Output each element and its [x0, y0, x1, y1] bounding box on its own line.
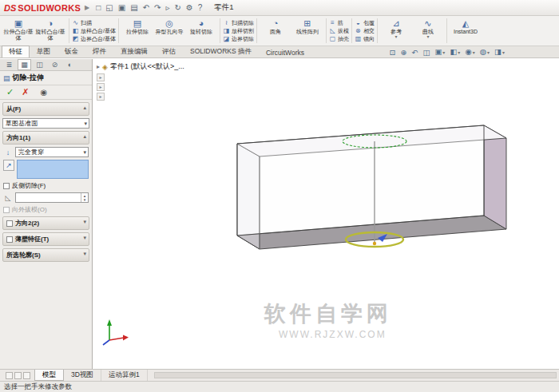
tab-motion-study[interactable]: 运动算例1 [101, 370, 148, 381]
print-icon[interactable]: ▤ [128, 1, 140, 15]
tree-expand-icon[interactable]: ▸ [97, 63, 100, 70]
box-right-face[interactable] [484, 125, 506, 229]
pane-toggle-icon[interactable] [6, 372, 13, 379]
hole-wizard-button[interactable]: ◎ 异型孔向导 [153, 17, 185, 45]
rib-button[interactable]: ≡ 筋 [329, 19, 349, 27]
save-icon[interactable]: ▣ [116, 1, 128, 15]
boundary-cut-icon: ◪ [223, 35, 230, 43]
end-condition-select[interactable]: 完全贯穿 [15, 147, 89, 157]
ok-button[interactable]: ✓ [6, 87, 14, 97]
undo-icon[interactable]: ↶ [141, 1, 152, 15]
direction1-section-header[interactable]: 方向1(1) [2, 131, 89, 145]
flip-side-checkbox[interactable] [3, 183, 10, 189]
display-style-icon[interactable]: ◧ [448, 46, 462, 58]
thin-feature-checkbox[interactable] [6, 236, 13, 243]
tab-model[interactable]: 模型 [34, 370, 64, 381]
tab-direct-editing[interactable]: 直接编辑 [113, 46, 155, 57]
previous-view-icon[interactable]: ↶ [410, 47, 419, 57]
tab-sketch[interactable]: 草图 [30, 46, 57, 57]
tab-sheet-metal[interactable]: 钣金 [57, 46, 85, 57]
mirror-button[interactable]: ▥ 镜向 [355, 35, 375, 43]
direction2-section-header[interactable]: 方向2(2) [2, 216, 89, 230]
help-icon[interactable]: ? [196, 1, 205, 15]
configurationmanager-tab[interactable]: ◫ [33, 60, 46, 69]
tree-item-chevron-icon[interactable]: ▸ [97, 73, 105, 81]
select-icon[interactable]: ▹ [163, 1, 172, 15]
open-file-icon[interactable]: ◱ [103, 1, 115, 15]
direction-reference-box[interactable] [17, 160, 89, 179]
options-icon[interactable]: ⚙ [184, 1, 196, 15]
intersect-button[interactable]: ⊗ 相交 [355, 27, 375, 35]
from-plane-select[interactable]: 草图基准面 [2, 118, 89, 129]
feature-tree-flyout: ▸ ◈ 零件1 (默认<<默认>_... [97, 61, 184, 72]
outward-draft-checkbox[interactable] [3, 207, 10, 213]
section-view-icon[interactable]: ◫ [421, 47, 431, 57]
reference-geometry-button[interactable]: ⊿ 参考 [380, 17, 412, 45]
draft-angle-field[interactable] [15, 192, 89, 203]
boundary-boss-button[interactable]: ◩ 边界凸台/基体 [72, 35, 116, 43]
swept-cut-icon: ≀ [223, 19, 230, 27]
tab-evaluate[interactable]: 评估 [155, 46, 183, 57]
revolved-boss-button[interactable]: ◑ 旋转凸台/基体 [34, 17, 66, 45]
displaymanager-tab[interactable]: ◐ [63, 60, 77, 69]
new-file-icon[interactable]: □ [93, 1, 103, 15]
brand-name: SOLIDWORKS [18, 3, 81, 13]
direction2-checkbox[interactable] [6, 220, 13, 227]
reference-geometry-icon: ⊿ [392, 18, 399, 28]
ribbon-separator [256, 18, 257, 43]
graphics-area[interactable]: ▸ ◈ 零件1 (默认<<默认>_... ▸ ▸ ▸ 软件自学网 WWW.RJZ… [93, 59, 559, 369]
preview-eye-icon[interactable]: ◉ [40, 88, 47, 97]
rebuild-icon[interactable]: ↻ [172, 1, 183, 15]
swept-cut-button[interactable]: ≀ 扫描切除 [223, 19, 254, 27]
zoom-fit-icon[interactable]: ⊡ [387, 47, 397, 57]
drag-handle[interactable] [373, 242, 376, 245]
cut-extrude-icon: ▤ [3, 74, 10, 82]
watermark-url: WWW.RJZXW.COM [279, 329, 387, 340]
revolved-cut-button[interactable]: ◕ 旋转切除 [185, 17, 217, 45]
menu-flyout-arrow-icon[interactable]: ▶ [85, 4, 89, 11]
reverse-direction-button[interactable]: ↗ [3, 160, 14, 171]
view-orientation-icon[interactable]: ▣ [433, 46, 446, 58]
draft-button[interactable]: ◺ 拔模 [329, 27, 349, 35]
view-settings-icon[interactable]: ◨ [493, 46, 506, 58]
propertymanager-tab[interactable]: ▦ [18, 59, 31, 70]
cancel-button[interactable]: ✗ [22, 87, 29, 97]
zoom-area-icon[interactable]: ⊕ [398, 47, 408, 57]
redo-icon[interactable]: ↷ [152, 1, 163, 15]
tab-circuitworks[interactable]: CircuitWorks [259, 47, 311, 57]
lofted-cut-button[interactable]: ◨ 放样切割 [223, 27, 254, 35]
extruded-cut-button[interactable]: ▤ 拉伸切除 [121, 17, 153, 45]
watermark: 软件自学网 WWW.RJZXW.COM [264, 302, 392, 340]
dimxpertmanager-tab[interactable]: ⊘ [48, 60, 61, 69]
tab-weldments[interactable]: 焊件 [85, 46, 113, 57]
shell-button[interactable]: ▢ 抽壳 [329, 35, 349, 43]
tab-features[interactable]: 特征 [2, 46, 30, 57]
tree-item-chevron-icon[interactable]: ▸ [97, 83, 105, 91]
spinner-arrows-icon[interactable] [81, 193, 88, 202]
tab-3d-views[interactable]: 3D视图 [64, 370, 101, 381]
tab-solidworks-addins[interactable]: SOLIDWORKS 插件 [183, 46, 259, 57]
edit-appearance-icon[interactable]: ◍ [478, 46, 491, 58]
linear-pattern-button[interactable]: ⊞ 线性阵列 [291, 17, 323, 45]
boundary-cut-button[interactable]: ◪ 边界切除 [223, 35, 254, 43]
curves-button[interactable]: ∿ 曲线 [412, 17, 444, 45]
wrap-button[interactable]: ◒ 包覆 [355, 19, 375, 27]
intersect-icon: ⊗ [355, 27, 362, 35]
end-condition-icon: ↓ [3, 148, 13, 156]
hide-show-items-icon[interactable]: ◉ [463, 46, 476, 58]
from-section-header[interactable]: 从(F) [2, 102, 89, 116]
titlebar: DS SOLIDWORKS ▶ □ ◱ ▣ ▤ ↶ ↷ ▹ ↻ ⚙ ? 零件1 [0, 0, 559, 16]
lofted-boss-button[interactable]: ◧ 放样凸台/基体 [72, 27, 116, 35]
pane-toggle-icon[interactable] [14, 372, 22, 379]
instant3d-icon: ◭ [462, 18, 469, 28]
feature-tree-root[interactable]: 零件1 (默认<<默认>_... [110, 61, 184, 72]
selected-contours-section-header[interactable]: 所选轮廓(S) [2, 248, 89, 262]
swept-boss-button[interactable]: ∿ 扫描 [72, 19, 116, 27]
fillet-button[interactable]: ◔ 圆角 [260, 17, 291, 45]
instant3d-button[interactable]: ◭ Instant3D [450, 17, 482, 45]
thin-feature-section-header[interactable]: 薄壁特征(T) [2, 232, 89, 246]
extruded-boss-button[interactable]: ▣ 拉伸凸台/基体 [2, 17, 34, 45]
pane-toggle-icon[interactable] [23, 372, 30, 379]
featuremanager-tab[interactable]: ≣ [2, 60, 16, 69]
tree-item-chevron-icon[interactable]: ▸ [97, 93, 105, 101]
